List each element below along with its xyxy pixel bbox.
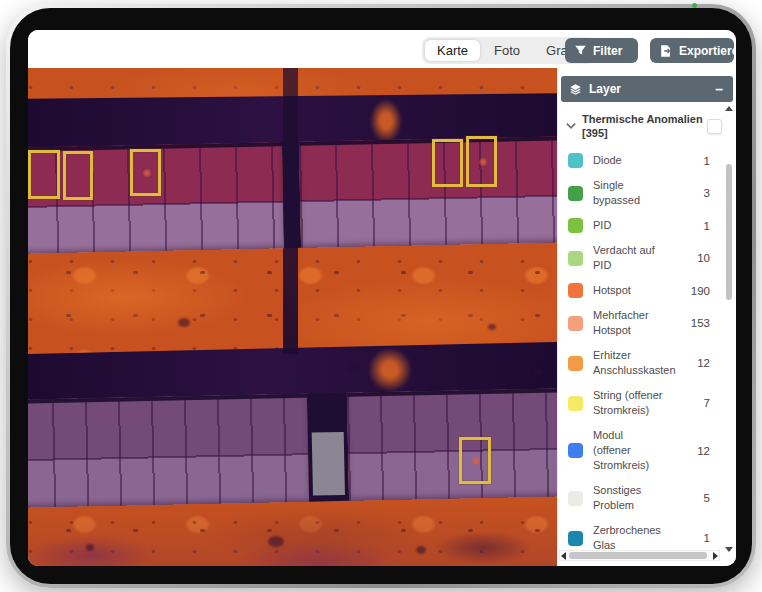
layer-panel: Layer – Thermische Anomalien [395] Diode… <box>557 68 736 566</box>
layer-panel-title: Layer <box>589 82 706 96</box>
walkway-patch <box>312 432 345 495</box>
warm-ground-patch <box>370 99 402 143</box>
category-count: 12 <box>688 445 710 457</box>
filter-button[interactable]: Filter <box>565 38 638 63</box>
list-item[interactable]: PID 1 <box>568 213 710 238</box>
category-label: Verdacht auf PID <box>593 243 678 273</box>
category-count: 10 <box>688 252 710 264</box>
category-color-chip <box>568 531 583 546</box>
collapse-panel-button[interactable]: – <box>713 84 725 94</box>
table-gap <box>282 142 301 248</box>
thermal-map[interactable] <box>28 68 557 566</box>
ground-speck <box>178 318 190 327</box>
vertical-scrollbar <box>724 106 734 552</box>
category-count: 12 <box>688 357 710 369</box>
anomaly-group-row: Thermische Anomalien [395] <box>564 112 722 140</box>
export-button-label: Exportieren <box>679 44 736 58</box>
layers-icon <box>569 83 582 96</box>
anomaly-box[interactable] <box>28 150 60 199</box>
tab-karte[interactable]: Karte <box>425 40 480 61</box>
list-item[interactable]: Erhitzer Anschlusskasten 12 <box>568 343 710 383</box>
category-count: 5 <box>688 492 710 504</box>
category-label: Hotspot <box>593 283 678 298</box>
category-color-chip <box>568 186 583 201</box>
vertical-scrollbar-thumb[interactable] <box>726 164 732 300</box>
category-color-chip <box>568 396 583 411</box>
toolbar: Karte Foto Grafik Filter Exportieren <box>28 30 736 68</box>
anomaly-box[interactable] <box>63 151 93 200</box>
filter-button-label: Filter <box>593 44 622 58</box>
list-item[interactable]: Mehrfacher Hotspot 153 <box>568 303 710 343</box>
list-item[interactable]: Single bypassed 3 <box>568 173 710 213</box>
ground-speck <box>533 368 542 375</box>
list-item[interactable]: Modul (offener Stromkreis) 12 <box>568 423 710 478</box>
list-item[interactable]: Diode 1 <box>568 148 710 173</box>
list-item[interactable]: Verdacht auf PID 10 <box>568 238 710 278</box>
solar-table <box>299 136 557 248</box>
warm-ground-patch <box>367 347 412 392</box>
export-button[interactable]: Exportieren <box>650 38 734 63</box>
category-count: 3 <box>688 187 710 199</box>
category-label: Zerbrochenes Glas <box>593 523 678 553</box>
category-label: String (offener Stromkreis) <box>593 388 678 418</box>
category-label: Erhitzer Anschlusskasten <box>593 348 678 378</box>
category-color-chip <box>568 443 583 458</box>
category-label: PID <box>593 218 678 233</box>
anomaly-box[interactable] <box>466 136 497 187</box>
anomaly-list: Diode 1 Single bypassed 3 PID 1 Verdacht… <box>568 148 710 558</box>
app-screen: Karte Foto Grafik Filter Exportieren <box>28 30 736 566</box>
scroll-right-arrow[interactable] <box>713 552 718 560</box>
bottom-ground-tint <box>28 496 557 566</box>
category-color-chip <box>568 316 583 331</box>
anomaly-box[interactable] <box>432 139 463 187</box>
category-label: Modul (offener Stromkreis) <box>593 428 678 473</box>
ground-speck <box>268 536 284 547</box>
list-item[interactable]: Sonstiges Problem 5 <box>568 478 710 518</box>
solar-table <box>28 394 309 508</box>
ground-speck <box>86 544 94 551</box>
anomaly-group-checkbox[interactable] <box>707 119 722 134</box>
category-color-chip <box>568 491 583 506</box>
list-item[interactable]: String (offener Stromkreis) 7 <box>568 383 710 423</box>
page: Karte Foto Grafik Filter Exportieren <box>0 0 762 592</box>
category-label: Single bypassed <box>593 178 678 208</box>
category-color-chip <box>568 356 583 371</box>
tab-foto[interactable]: Foto <box>482 40 532 61</box>
camera-indicator-dot <box>692 3 697 8</box>
category-color-chip <box>568 153 583 168</box>
horizontal-scrollbar-thumb[interactable] <box>569 552 707 559</box>
export-file-icon <box>659 44 673 58</box>
ground-speck <box>348 364 357 371</box>
category-count: 1 <box>688 220 710 232</box>
solar-table <box>347 388 557 501</box>
list-item[interactable]: Hotspot 190 <box>568 278 710 303</box>
scroll-down-arrow[interactable] <box>725 547 733 552</box>
category-color-chip <box>568 251 583 266</box>
category-count: 7 <box>688 397 710 409</box>
category-count: 1 <box>688 155 710 167</box>
chevron-down-icon[interactable] <box>564 119 578 133</box>
scroll-left-arrow[interactable] <box>561 552 566 560</box>
category-count: 190 <box>688 285 710 297</box>
anomaly-box[interactable] <box>130 149 161 196</box>
filter-funnel-icon <box>574 44 587 57</box>
category-count: 153 <box>688 317 710 329</box>
scroll-up-arrow[interactable] <box>725 106 733 111</box>
category-count: 1 <box>688 532 710 544</box>
category-label: Sonstiges Problem <box>593 483 678 513</box>
anomaly-group-label: Thermische Anomalien [395] <box>582 112 703 140</box>
category-label: Mehrfacher Hotspot <box>593 308 678 338</box>
more-options-icon[interactable] <box>636 45 643 57</box>
layer-panel-header: Layer – <box>561 76 733 102</box>
category-color-chip <box>568 283 583 298</box>
table-gap <box>307 393 349 502</box>
ground-speck <box>416 546 426 554</box>
anomaly-box[interactable] <box>459 437 491 484</box>
ground-speck <box>488 324 496 330</box>
horizontal-scrollbar <box>559 550 720 561</box>
category-label: Diode <box>593 153 678 168</box>
category-color-chip <box>568 218 583 233</box>
ground-speck <box>120 374 127 380</box>
